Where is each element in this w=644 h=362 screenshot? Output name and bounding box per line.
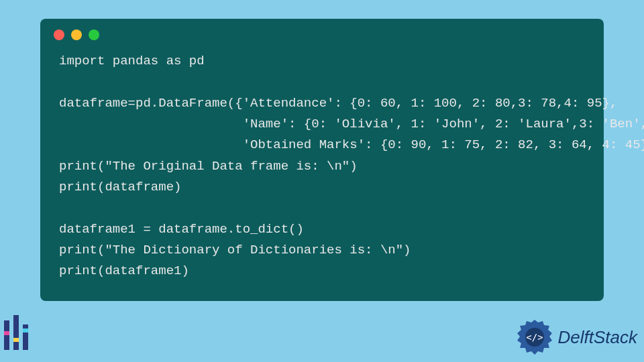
close-icon	[54, 29, 64, 40]
svg-rect-4	[13, 338, 19, 342]
code-line: print(dataframe)	[59, 180, 181, 194]
svg-rect-5	[23, 328, 28, 333]
gear-icon: </>	[515, 318, 554, 357]
svg-rect-2	[23, 324, 28, 350]
code-line: 'Obtained Marks': {0: 90, 1: 75, 2: 82, …	[59, 137, 644, 152]
code-line: dataframe=pd.DataFrame({'Attendance': {0…	[59, 96, 617, 111]
svg-text:</>: </>	[526, 332, 543, 343]
minimize-icon	[71, 29, 82, 40]
code-line: dataframe1 = dataframe.to_dict()	[59, 222, 304, 237]
code-line: print("The Dictionary of Dictionaries is…	[59, 243, 411, 257]
brand-logo: </> DelftStack	[515, 318, 638, 357]
maximize-icon	[89, 29, 99, 40]
brand-name: DelftStack	[558, 327, 638, 348]
code-line: 'Name': {0: 'Olivia', 1: 'John', 2: 'Lau…	[59, 117, 644, 131]
code-window: import pandas as pd dataframe=pd.DataFra…	[40, 19, 604, 301]
code-line: import pandas as pd	[59, 54, 205, 68]
svg-rect-3	[4, 331, 9, 335]
code-line: print(dataframe1)	[59, 263, 189, 278]
left-logo-icon	[1, 315, 34, 355]
code-line: print("The Original Data frame is: \n")	[59, 159, 358, 174]
window-titlebar	[40, 19, 604, 46]
code-block: import pandas as pd dataframe=pd.DataFra…	[40, 46, 604, 288]
svg-rect-1	[13, 315, 19, 350]
